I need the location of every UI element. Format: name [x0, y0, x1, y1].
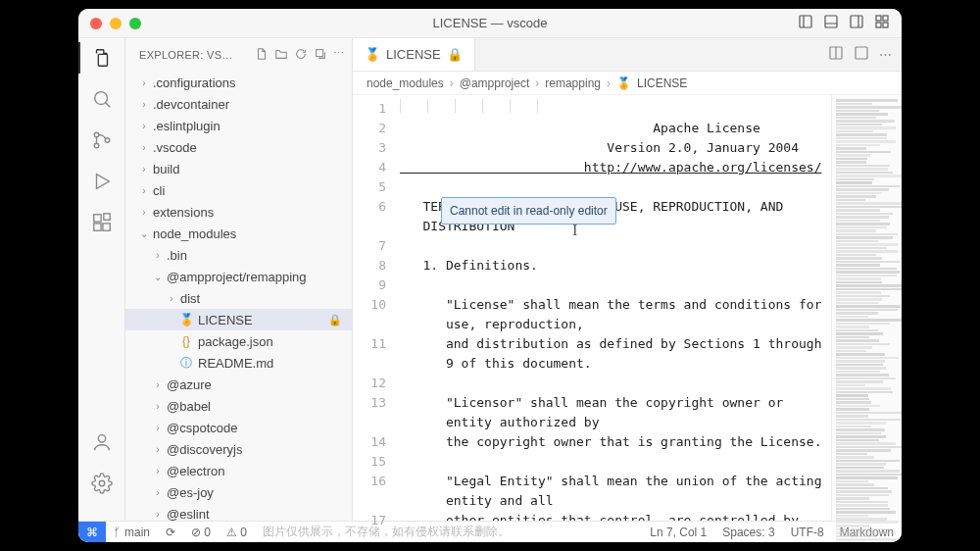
crumb[interactable]: LICENSE [637, 76, 687, 90]
breadcrumbs[interactable]: node_modules› @ampproject› remapping› 🏅 … [353, 72, 902, 95]
editor-group: 🏅 LICENSE 🔒 ⋯ node_modules› @ampproject›… [353, 38, 902, 521]
node-label: @eslint [167, 507, 210, 522]
node-label: README.md [198, 356, 273, 371]
search-icon[interactable] [90, 87, 114, 111]
svg-point-13 [94, 143, 99, 148]
refresh-icon[interactable] [294, 47, 308, 63]
encoding[interactable]: UTF-8 [783, 526, 832, 539]
problems-errors[interactable]: ⊘ 0 [183, 526, 219, 539]
vscode-window: LICENSE — vscode EXPLORER: VS… [78, 9, 902, 542]
more-actions-icon[interactable]: ⋯ [879, 47, 892, 62]
folder-node[interactable]: ›build [125, 158, 352, 179]
node-label: node_modules [153, 226, 236, 241]
file-tree[interactable]: ›.configurations›.devcontainer›.eslintpl… [125, 72, 352, 521]
folder-node[interactable]: ›dist [125, 287, 352, 309]
cursor-position[interactable]: Ln 7, Col 1 [642, 526, 714, 539]
customize-layout-icon[interactable] [874, 14, 890, 32]
svg-rect-6 [876, 16, 881, 21]
code-line: the copyright owner that is granting the… [400, 432, 831, 452]
text-editor[interactable]: 12345678910111213141516171819 Cannot edi… [353, 95, 902, 521]
toggle-primary-side-bar-icon[interactable] [798, 14, 813, 32]
folder-node[interactable]: ›@electron [125, 460, 352, 481]
folder-node[interactable]: ›@es-joy [125, 481, 352, 503]
folder-node[interactable]: ›cli [125, 179, 352, 201]
svg-rect-4 [851, 16, 862, 27]
code-line [400, 177, 831, 197]
crumb[interactable]: @ampproject [460, 76, 530, 90]
split-editor-icon[interactable] [828, 45, 844, 64]
more-icon[interactable]: ⋯ [333, 47, 344, 63]
folder-node[interactable]: ›.configurations [125, 72, 352, 93]
chevron-right-icon: › [165, 293, 178, 304]
settings-gear-icon[interactable] [90, 472, 114, 495]
line-gutter: 12345678910111213141516171819 [353, 95, 396, 521]
run-debug-icon[interactable] [90, 170, 114, 193]
crumb[interactable]: node_modules [367, 76, 444, 90]
folder-node[interactable]: ›.bin [125, 244, 352, 266]
code-line: other entities that control, are control… [400, 511, 831, 521]
svg-point-14 [105, 138, 110, 143]
folder-node[interactable]: ›@cspotcode [125, 417, 352, 438]
file-node[interactable]: {}package.json [125, 330, 352, 352]
file-node[interactable]: ⓘREADME.md [125, 352, 352, 374]
minimize-icon[interactable] [110, 18, 122, 29]
code-line: entity and all [400, 491, 831, 511]
extensions-icon[interactable] [90, 211, 114, 234]
remote-indicator-icon[interactable]: ⌘ [78, 522, 106, 542]
minimap[interactable] [831, 95, 902, 521]
folder-node[interactable]: ›@eslint [125, 503, 352, 521]
editor-tabs: 🏅 LICENSE 🔒 ⋯ [353, 38, 902, 72]
new-folder-icon[interactable] [274, 47, 288, 63]
folder-node[interactable]: ›.eslintplugin [125, 115, 352, 136]
explorer-sidebar: EXPLORER: VS… ⋯ ›.configurations›.devcon… [125, 38, 353, 521]
folder-node[interactable]: ›@babel [125, 395, 352, 417]
tab-license[interactable]: 🏅 LICENSE 🔒 [353, 38, 475, 71]
explorer-icon[interactable] [90, 46, 114, 70]
node-label: @es-joy [167, 485, 214, 500]
folder-node[interactable]: ›@azure [125, 374, 352, 395]
status-bar: ⌘ ᚶ main ⟳ ⊘ 0 ⚠ 0 图片仅供展示，不存储，如有侵权请联系删除。… [78, 521, 902, 542]
folder-node[interactable]: ›extensions [125, 201, 352, 223]
activity-bar [78, 38, 125, 521]
accounts-icon[interactable] [90, 430, 114, 454]
toggle-secondary-side-bar-icon[interactable] [849, 14, 864, 32]
close-icon[interactable] [90, 18, 102, 29]
chevron-right-icon: › [137, 99, 151, 110]
node-label: .bin [167, 248, 187, 263]
folder-node[interactable]: ⌄node_modules [125, 223, 352, 244]
chevron-right-icon: › [137, 207, 151, 218]
folder-node[interactable]: ⌄@ampproject/remapping [125, 266, 352, 287]
toggle-panel-icon[interactable] [823, 14, 839, 32]
svg-rect-22 [316, 50, 322, 57]
code-line: "Licensor" shall mean the copyright owne… [400, 393, 831, 413]
crumb[interactable]: remapping [545, 76, 601, 90]
zoom-icon[interactable] [129, 18, 141, 29]
chevron-right-icon: › [137, 142, 151, 153]
node-label: .configurations [153, 75, 236, 90]
folder-node[interactable]: ›@discoveryjs [125, 438, 352, 460]
source-control-icon[interactable] [90, 128, 114, 152]
indentation[interactable]: Spaces: 3 [714, 526, 782, 539]
code-line: Apache License [400, 119, 831, 138]
git-branch[interactable]: ᚶ main [106, 526, 158, 539]
lic-icon: 🏅 [178, 313, 194, 326]
new-file-icon[interactable] [255, 47, 269, 63]
collapse-all-icon[interactable] [314, 47, 327, 63]
titlebar-actions [798, 14, 890, 32]
node-label: @electron [167, 464, 224, 478]
svg-rect-8 [876, 23, 881, 27]
svg-point-21 [99, 480, 105, 486]
svg-rect-9 [883, 23, 888, 27]
folder-node[interactable]: ›.devcontainer [125, 93, 352, 115]
folder-node[interactable]: ›.vscode [125, 136, 352, 158]
file-node[interactable]: 🏅LICENSE🔒 [125, 309, 352, 330]
problems-warnings[interactable]: ⚠ 0 [219, 526, 255, 539]
git-sync[interactable]: ⟳ [158, 526, 183, 539]
code-content[interactable]: Cannot edit in read-only editor I Apache… [396, 95, 831, 521]
editor-layout-icon[interactable] [854, 45, 869, 64]
svg-rect-19 [103, 214, 109, 220]
readonly-tooltip: Cannot edit in read-only editor [441, 197, 616, 225]
chevron-right-icon: › [151, 379, 165, 390]
chevron-down-icon: ⌄ [137, 228, 151, 239]
license-icon: 🏅 [616, 76, 631, 90]
